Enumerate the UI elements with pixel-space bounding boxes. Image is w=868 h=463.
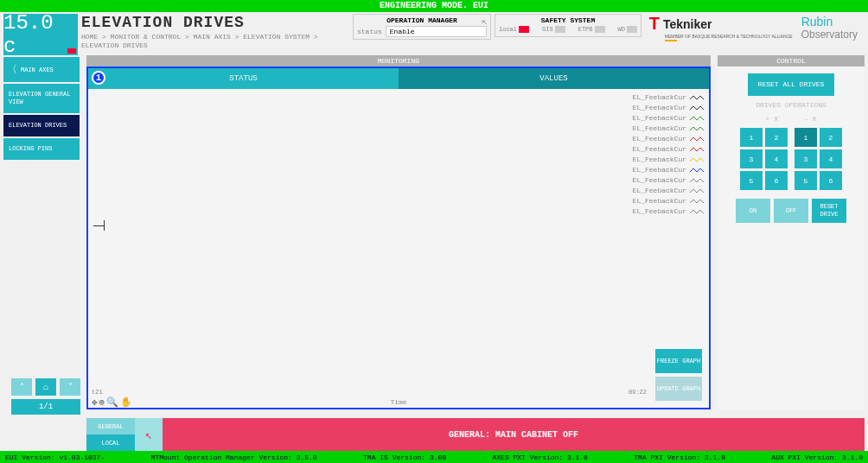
sidebar-item-1[interactable]: ELEVATION DRIVES [3, 115, 80, 136]
control-title: CONTROL [718, 55, 865, 67]
drive-mx-2-1[interactable]: 6 [820, 171, 842, 190]
tab-values[interactable]: VALUES [399, 68, 709, 89]
legend-row: EL_FeebackCur [633, 196, 705, 206]
legend-row: EL_FeebackCur [633, 175, 705, 186]
nav-home-button[interactable]: ⌂ [35, 378, 56, 396]
page-indicator: 1/1 [11, 399, 80, 415]
drive-mx-1-0[interactable]: 3 [795, 149, 817, 168]
safety-led-WD [627, 26, 637, 33]
drive-x-0-0[interactable]: 1 [740, 128, 763, 147]
graph-area[interactable]: EL_FeebackCurEL_FeebackCurEL_FeebackCurE… [88, 89, 709, 408]
om-status-value: Enable [386, 26, 487, 37]
alarm-tab-local[interactable]: LOCAL [86, 434, 135, 451]
breadcrumb: HOME > MONITOR & CONTROL > MAIN AXIS > E… [81, 33, 349, 50]
graph-trace [93, 225, 104, 226]
legend-row: EL_FeebackCur [633, 124, 705, 134]
graph-tool-icons[interactable]: ✥⊕🔍✋ [92, 396, 134, 408]
drives-operations-label: DRIVES OPERATIONS [756, 101, 827, 110]
legend-row: EL_FeebackCur [633, 134, 705, 144]
nav-up-button[interactable]: ˄ [11, 378, 32, 396]
reset-drive-button[interactable]: RESET DRIVE [812, 199, 846, 223]
legend-row: EL_FeebackCur [633, 103, 705, 113]
drive-off-button[interactable]: OFF [774, 199, 808, 223]
safety-system-panel: SAFETY SYSTEM localGISETPBWD [495, 14, 641, 37]
update-graph-button[interactable]: UPDATE GRAPH [655, 377, 702, 401]
legend-row: EL_FeebackCur [633, 155, 705, 165]
legend-row: EL_FeebackCur [633, 165, 705, 175]
safety-led-ETPB [595, 26, 605, 33]
legend-row: EL_FeebackCur [633, 113, 705, 124]
minus-x-header: - X [804, 115, 816, 123]
chevron-left-icon: 〈 [7, 62, 17, 77]
page-title: ELEVATION DRIVES [81, 14, 349, 31]
logo-block: TTekniker MEMBER OF BASQUE RESEARCH & TE… [645, 14, 865, 41]
drive-x-2-0[interactable]: 5 [740, 171, 763, 190]
drive-x-1-1[interactable]: 4 [765, 149, 788, 168]
xtick-right: 09:22 [629, 389, 647, 396]
legend-row: EL_FeebackCur [633, 144, 705, 155]
drive-mx-2-0[interactable]: 5 [795, 171, 817, 190]
rubin-logo: Rubin Observatory [801, 15, 858, 41]
drive-x-0-1[interactable]: 2 [765, 128, 788, 147]
xaxis-label: Time [390, 398, 406, 406]
monitoring-title: MONITORING [86, 55, 711, 67]
legend-row: EL_FeebackCur [633, 186, 705, 196]
tab-status[interactable]: 1 STATUS [88, 68, 399, 89]
om-detach-icon[interactable]: ⇱ [482, 16, 487, 27]
temp-alert-indicator [67, 48, 76, 54]
tekniker-logo: TTekniker MEMBER OF BASQUE RESEARCH & TE… [649, 14, 793, 41]
safety-led-GIS [555, 26, 565, 33]
drive-x-2-1[interactable]: 6 [765, 171, 788, 190]
alarm-tab-general[interactable]: GENERAL [86, 418, 135, 434]
reset-all-drives-button[interactable]: RESET ALL DRIVES [748, 73, 835, 96]
sidebar: 〈 MAIN AXES ELEVATION GENERAL VIEWELEVAT… [0, 55, 83, 409]
legend-row: EL_FeebackCur [633, 92, 705, 103]
drive-mx-1-1[interactable]: 4 [820, 149, 842, 168]
alarm-bar: GENERAL LOCAL ↖ GENERAL: MAIN CABINET OF… [86, 418, 865, 451]
tab-status-badge: 1 [92, 71, 105, 85]
drive-on-button[interactable]: ON [736, 199, 770, 223]
freeze-graph-button[interactable]: FREEZE GRAPH [655, 349, 702, 373]
status-bar: EUI Version: v1.03-1037- MTMount Operati… [0, 451, 868, 463]
sidebar-item-2[interactable]: LOCKING PINS [3, 138, 80, 160]
xtick-left: t21 [92, 389, 103, 396]
drive-mx-0-1[interactable]: 2 [820, 128, 842, 147]
sidebar-back[interactable]: 〈 MAIN AXES [3, 57, 80, 82]
monitoring-body: 1 STATUS VALUES EL_FeebackCurEL_FeebackC… [86, 67, 711, 409]
drive-mx-0-0[interactable]: 1 [795, 128, 817, 147]
nav-down-button[interactable]: ˅ [60, 378, 80, 396]
temperature-readout: 15.0 c [3, 14, 78, 55]
alarm-message: GENERAL: MAIN CABINET OFF [163, 418, 865, 451]
drive-x-1-0[interactable]: 3 [740, 149, 763, 168]
safety-led-local [519, 26, 529, 33]
sidebar-item-0[interactable]: ELEVATION GENERAL VIEW [3, 84, 80, 113]
alarm-cursor-icon[interactable]: ↖ [135, 418, 163, 451]
plus-x-header: + X [766, 115, 778, 123]
operation-manager-panel: ⇱ OPERATION MANAGER status Enable [353, 14, 491, 40]
legend-row: EL_FeebackCur [633, 206, 705, 217]
mode-banner: ENGINEERING MODE. EUI [0, 0, 868, 12]
